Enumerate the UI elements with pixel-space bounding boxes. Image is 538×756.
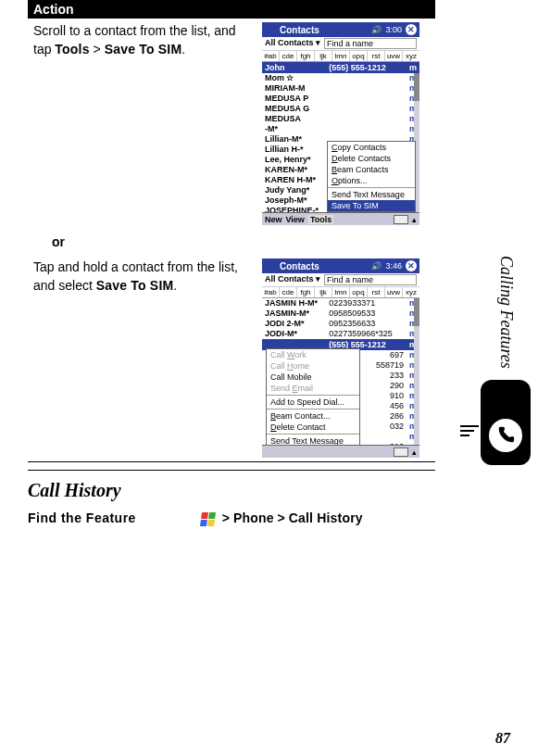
or-label: or	[28, 229, 510, 255]
ss1-filterbar: All Contacts ▾ Find a name	[262, 37, 419, 51]
page-number: 87	[495, 730, 510, 747]
ss2-context-menu[interactable]: Call Work Call Home Call Mobile Send Ema…	[266, 348, 360, 445]
instr1-tools: Tools	[55, 42, 89, 57]
menu-send-email: Send Email	[267, 383, 359, 394]
menu-delete-contact[interactable]: Delete Contact	[267, 422, 359, 433]
menu-beam-contacts[interactable]: Beam Contacts	[328, 164, 415, 175]
table-row[interactable]: JASMIN-M*0958509533m	[262, 309, 419, 319]
phone-handset-icon	[495, 425, 516, 446]
up-arrow-icon[interactable]: ▴	[412, 447, 417, 457]
screenshot-tools-menu: Contacts 🔊 3:00 ✕ All Contacts ▾ Find a …	[262, 22, 419, 225]
divider	[28, 461, 435, 462]
menu-options[interactable]: Options...	[328, 175, 415, 186]
signal-icon	[357, 25, 368, 34]
menu-delete-contacts[interactable]: Delete Contacts	[328, 153, 415, 164]
ss2-time: 3:46	[385, 261, 402, 271]
signal-icon	[357, 261, 368, 271]
menu-beam-contact[interactable]: Beam Contact...	[267, 410, 359, 422]
windows-icon	[265, 260, 276, 271]
menu-call-work: Call Work	[267, 349, 359, 360]
right-rail: Calling Features	[481, 250, 531, 465]
ss2-filter-dropdown[interactable]: All Contacts ▾	[265, 274, 320, 285]
menu-send-text[interactable]: Send Text Message	[328, 189, 415, 200]
ss1-tools-button[interactable]: Tools	[308, 215, 333, 224]
speaker-icon: 🔊	[371, 25, 382, 34]
up-arrow-icon[interactable]: ▴	[412, 215, 417, 224]
call-history-heading: Call History	[28, 480, 510, 501]
table-row[interactable]: JODI-M*0227359966*325m	[262, 329, 419, 339]
keyboard-icon[interactable]	[394, 215, 408, 224]
ss1-filter-dropdown[interactable]: All Contacts ▾	[265, 38, 320, 49]
find-feature-row: Find the Feature > Phone > Call History	[28, 510, 510, 526]
instruction-1: Scroll to a contact from the list, and t…	[33, 22, 251, 225]
speaker-icon: 🔊	[371, 261, 382, 271]
table-row[interactable]: MIRIAM-Mm	[262, 83, 419, 94]
instr1-save: Save To SIM	[105, 42, 182, 57]
ss2-find-input[interactable]: Find a name	[324, 274, 417, 285]
menu-save-to-sim[interactable]: Save To SIM	[328, 200, 415, 211]
windows-flag-icon	[200, 512, 216, 526]
ss1-tools-menu[interactable]: Copy Contacts Delete Contacts Beam Conta…	[327, 141, 416, 212]
table-row[interactable]: Mom ☆m	[262, 73, 419, 83]
ss2-alpha-index[interactable]: #abcdefghijklmnopqrstuvwxyz	[262, 287, 419, 298]
table-row[interactable]: -M*m	[262, 124, 419, 134]
find-feature-label: Find the Feature	[28, 510, 136, 525]
ss1-topbar: Contacts 🔊 3:00 ✕	[262, 22, 419, 37]
instr1-gt: >	[90, 42, 105, 57]
close-icon[interactable]: ✕	[406, 260, 417, 271]
close-icon[interactable]: ✕	[406, 24, 417, 35]
ss2-contact-list[interactable]: JASMIN H-M*0223933371mJASMIN-M*095850953…	[262, 298, 419, 445]
ss1-selected-row[interactable]: John (555) 555-1212 m	[262, 62, 419, 73]
action-header: Action	[28, 0, 435, 19]
table-row[interactable]: JASMIN H-M*0223933371m	[262, 298, 419, 309]
table-row[interactable]: MEDUSA Pm	[262, 94, 419, 104]
ss1-alpha-index[interactable]: #abcdefghijklmnopqrstuvwxyz	[262, 51, 419, 62]
ss2-filterbar: All Contacts ▾ Find a name	[262, 273, 419, 287]
section-label-vertical: Calling Features	[496, 250, 516, 374]
screenshot-context-menu: Contacts 🔊 3:46 ✕ All Contacts ▾ Find a …	[262, 258, 419, 458]
menu-add-speed-dial[interactable]: Add to Speed Dial...	[267, 397, 359, 408]
instr2-save: Save To SIM	[96, 278, 174, 293]
menu-send-text-message[interactable]: Send Text Message	[267, 435, 359, 445]
instr2-end: .	[173, 278, 177, 293]
table-row[interactable]: MEDUSA Gm	[262, 104, 419, 114]
menu-copy-contacts[interactable]: Copy Contacts	[328, 142, 415, 153]
ss1-bottombar: New View Tools ▴	[262, 212, 419, 225]
ss1-contact-list[interactable]: Mom ☆mMIRIAM-MmMEDUSA PmMEDUSA GmMEDUSAm…	[262, 73, 419, 212]
instruction-2: Tap and hold a contact from the list, an…	[33, 258, 251, 458]
ss2-scrollbar[interactable]	[414, 298, 419, 445]
menu-call-home: Call Home	[267, 360, 359, 372]
ss1-title: Contacts	[280, 25, 353, 35]
ss1-find-input[interactable]: Find a name	[324, 38, 417, 49]
menu-call-mobile[interactable]: Call Mobile	[267, 372, 359, 383]
ss2-topbar: Contacts 🔊 3:46 ✕	[262, 258, 419, 273]
ss1-time: 3:00	[385, 25, 402, 34]
table-row[interactable]: MEDUSAm	[262, 114, 419, 124]
keyboard-icon[interactable]	[394, 447, 408, 457]
instr1-end: .	[181, 42, 185, 57]
phone-badge-icon	[481, 380, 531, 465]
ss2-title: Contacts	[280, 261, 353, 271]
table-row[interactable]: JODI 2-M*0952356633m	[262, 319, 419, 329]
find-feature-path: > Phone > Call History	[201, 510, 363, 526]
ss2-bottombar: ▴	[262, 445, 419, 458]
ss1-new-button[interactable]: New	[265, 215, 282, 224]
windows-icon	[265, 24, 276, 35]
ss1-view-button[interactable]: View	[286, 215, 305, 224]
divider-thick	[28, 470, 435, 471]
